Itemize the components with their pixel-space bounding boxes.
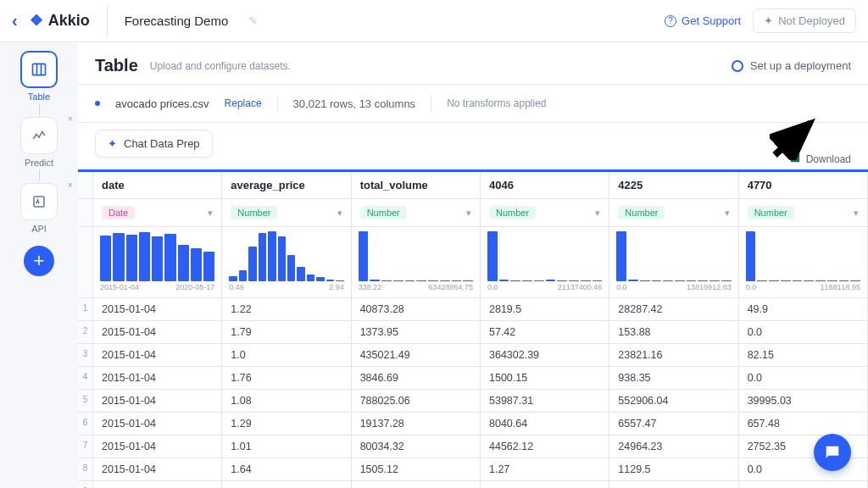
data-table[interactable]: dateaverage_pricetotal_volume40464225477… [78, 169, 868, 488]
data-cell[interactable]: 1.76 [222, 367, 351, 390]
data-cell[interactable]: 1373.95 [352, 321, 481, 344]
data-cell[interactable]: 2819.5 [481, 298, 609, 321]
column-header[interactable]: 4046 [481, 172, 609, 199]
app-logo[interactable]: ❖ Akkio [30, 12, 90, 30]
data-cell[interactable]: 491738.0 [352, 481, 481, 488]
data-cell[interactable]: 2015-01-04 [93, 458, 222, 481]
add-node-button[interactable]: + [24, 246, 54, 276]
sidebar-node-api[interactable]: × API [17, 183, 61, 234]
column-type-selector[interactable]: Date▾ [93, 199, 222, 227]
data-cell[interactable]: 2015-01-04 [93, 413, 222, 435]
column-type-selector[interactable]: Number▾ [352, 199, 481, 227]
chevron-down-icon: ▾ [854, 208, 859, 219]
data-cell[interactable]: 2015-01-04 [93, 390, 222, 413]
column-header[interactable]: average_price [222, 172, 351, 199]
data-cell[interactable]: 0.0 [739, 458, 868, 481]
data-cell[interactable]: 1.79 [222, 321, 351, 344]
data-cell[interactable]: 0.0 [739, 321, 868, 344]
chevron-down-icon: ▾ [208, 208, 213, 219]
data-cell[interactable]: 1.22 [222, 298, 351, 321]
column-histogram: 0.013819912.63 [609, 227, 738, 298]
data-cell[interactable]: 49.9 [739, 298, 868, 321]
table-icon [20, 51, 58, 88]
column-header[interactable]: 4770 [739, 172, 868, 199]
data-cell[interactable]: 19137.28 [352, 413, 481, 435]
data-cell[interactable]: 28287.42 [609, 298, 738, 321]
data-cell[interactable]: 1.0 [222, 344, 351, 367]
get-support-link[interactable]: ? Get Support [665, 14, 741, 27]
data-cell[interactable]: 1.02 [222, 481, 351, 488]
data-cell[interactable]: 1.27 [481, 458, 609, 481]
data-cell[interactable]: 3846.69 [352, 367, 481, 390]
data-cell[interactable]: 24964.23 [609, 435, 738, 458]
data-cell[interactable]: 53987.31 [481, 390, 609, 413]
logo-icon: ❖ [30, 11, 43, 30]
data-cell[interactable]: 0.0 [739, 367, 868, 390]
data-cell[interactable]: 1.08 [222, 390, 351, 413]
column-type-selector[interactable]: Number▾ [481, 199, 609, 227]
column-type-selector[interactable]: Number▾ [609, 199, 738, 227]
data-cell[interactable]: 39995.03 [739, 390, 868, 413]
column-histogram: 0.492.94 [222, 227, 351, 298]
data-cell[interactable]: 2015-01-04 [93, 435, 222, 458]
data-cell[interactable]: 7193.87 [481, 481, 609, 488]
data-cell[interactable]: 435021.49 [352, 344, 481, 367]
data-cell[interactable]: 938.35 [609, 367, 738, 390]
row-number: 5 [78, 390, 93, 413]
data-cell[interactable]: 2015-01-04 [93, 321, 222, 344]
data-cell[interactable]: 8040.64 [481, 413, 609, 435]
row-number: 9 [78, 481, 93, 488]
svg-rect-0 [33, 64, 46, 75]
column-header[interactable]: total_volume [352, 172, 481, 199]
sidebar-node-predict[interactable]: × Predict [17, 117, 61, 168]
chat-fab-button[interactable] [814, 434, 851, 471]
setup-deployment-link[interactable]: Set up a deployment [732, 59, 851, 72]
data-cell[interactable]: 2015-01-04 [93, 481, 222, 488]
connector [39, 169, 40, 181]
column-type-selector[interactable]: Number▾ [739, 199, 868, 227]
data-cell[interactable]: 44562.12 [481, 435, 609, 458]
data-cell[interactable]: 2015-01-04 [93, 367, 222, 390]
data-cell[interactable]: 2015-01-04 [93, 344, 222, 367]
app-name: Akkio [48, 12, 90, 30]
data-cell[interactable]: 1505.12 [352, 458, 481, 481]
divider [107, 6, 108, 36]
data-cell[interactable]: 6557.47 [609, 413, 738, 435]
data-cell[interactable]: 1129.5 [609, 458, 738, 481]
data-cell[interactable]: 128.82 [609, 481, 738, 488]
back-button[interactable]: ‹ [12, 11, 18, 30]
deploy-status-button[interactable]: ✦ Not Deployed [753, 8, 856, 33]
close-icon[interactable]: × [68, 114, 73, 124]
data-cell[interactable]: 2015-01-04 [93, 298, 222, 321]
column-histogram: 338.2263428864.75 [352, 227, 481, 298]
chevron-down-icon: ▾ [337, 208, 342, 219]
data-cell[interactable]: 80034.32 [352, 435, 481, 458]
data-cell[interactable]: 82.15 [739, 344, 868, 367]
edit-project-icon[interactable]: ✎ [248, 14, 258, 27]
page-title: Table [95, 56, 138, 75]
data-cell[interactable]: 1500.15 [481, 367, 609, 390]
data-cell[interactable] [739, 481, 868, 488]
data-cell[interactable]: 1.01 [222, 435, 351, 458]
data-cell[interactable]: 153.88 [609, 321, 738, 344]
data-cell[interactable]: 657.48 [739, 413, 868, 435]
column-header[interactable]: date [93, 172, 222, 199]
data-cell[interactable]: 1.29 [222, 413, 351, 435]
column-type-selector[interactable]: Number▾ [222, 199, 351, 227]
api-icon [20, 183, 58, 220]
column-header[interactable]: 4225 [609, 172, 738, 199]
data-cell[interactable]: 788025.06 [352, 390, 481, 413]
data-cell[interactable]: 23821.16 [609, 344, 738, 367]
replace-link[interactable]: Replace [225, 97, 262, 109]
chat-data-prep-button[interactable]: ✦ Chat Data Prep [95, 130, 213, 158]
row-number: 2 [78, 321, 93, 344]
data-cell[interactable]: 552906.04 [609, 390, 738, 413]
data-cell[interactable]: 40873.28 [352, 298, 481, 321]
excel-icon: x [789, 152, 801, 166]
data-cell[interactable]: 57.42 [481, 321, 609, 344]
data-cell[interactable]: 1.64 [222, 458, 351, 481]
close-icon[interactable]: × [68, 180, 73, 190]
download-link[interactable]: x Download [789, 152, 851, 166]
data-cell[interactable]: 364302.39 [481, 344, 609, 367]
sidebar-node-table[interactable]: Table [17, 51, 61, 102]
